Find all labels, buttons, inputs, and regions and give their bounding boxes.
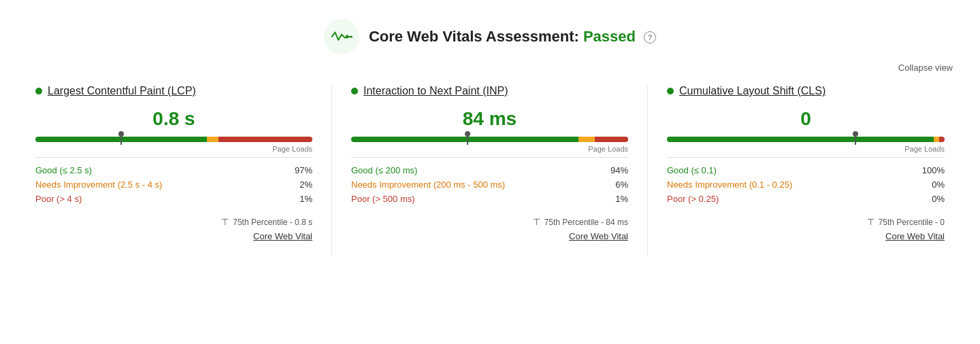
progress-bar-inp	[351, 137, 628, 142]
track-poor-inp	[595, 137, 628, 142]
stat-label-poor-cls: Poor (> 0.25)	[667, 194, 719, 204]
cwv-link-cls[interactable]: Core Web Vital	[885, 231, 945, 241]
cwv-link-lcp[interactable]: Core Web Vital	[253, 231, 312, 241]
percentile-text-inp: 75th Percentile - 84 ms	[544, 218, 628, 227]
metric-title-text-lcp: Largest Contentful Paint (LCP)	[48, 85, 196, 97]
marker-lcp	[120, 134, 122, 145]
status-dot-lcp	[35, 88, 42, 94]
stat-row-lcp: Poor (> 4 s)1%	[35, 192, 312, 206]
metric-title-cls[interactable]: Cumulative Layout Shift (CLS)	[667, 85, 945, 97]
stat-value-lcp: 1%	[299, 194, 312, 204]
percentile-icon-cls: ⊤	[867, 217, 875, 227]
stat-row-lcp: Needs Improvement (2.5 s - 4 s)2%	[35, 177, 312, 192]
svg-point-0	[345, 35, 348, 39]
metric-card-lcp: Largest Contentful Paint (LCP)0.8 sPage …	[16, 85, 332, 255]
track-needs-inp	[578, 137, 595, 142]
stat-label-needs-cls: Needs Improvement (0.1 - 0.25)	[667, 179, 792, 190]
metric-title-lcp[interactable]: Largest Contentful Paint (LCP)	[35, 85, 312, 97]
percentile-row-inp: ⊤75th Percentile - 84 ms	[351, 213, 628, 227]
stat-value-lcp: 97%	[295, 165, 312, 175]
svg-point-1	[350, 35, 353, 37]
track-needs-cls	[934, 137, 939, 142]
page-loads-label-inp: Page Loads	[351, 145, 628, 153]
metric-card-inp: Interaction to Next Paint (INP)84 msPage…	[332, 85, 648, 255]
cwv-link-inp[interactable]: Core Web Vital	[569, 231, 628, 241]
marker-cls	[855, 134, 856, 145]
status-dot-cls	[667, 88, 674, 94]
stat-value-inp: 6%	[615, 179, 628, 190]
percentile-icon-lcp: ⊤	[221, 217, 229, 227]
metric-title-text-inp: Interaction to Next Paint (INP)	[363, 85, 508, 97]
cwv-link-row-inp: Core Web Vital	[351, 231, 628, 241]
stat-value-cls: 100%	[922, 165, 945, 175]
metric-value-inp: 84 ms	[351, 108, 628, 130]
stat-row-lcp: Good (≤ 2.5 s)97%	[35, 163, 312, 177]
page-title: Core Web Vitals Assessment: Passed ?	[369, 28, 656, 46]
metrics-grid: Largest Contentful Paint (LCP)0.8 sPage …	[0, 85, 980, 271]
percentile-text-lcp: 75th Percentile - 0.8 s	[233, 218, 312, 227]
status-dot-inp	[351, 88, 358, 94]
cwv-link-row-lcp: Core Web Vital	[35, 231, 312, 241]
stat-label-poor-inp: Poor (> 500 ms)	[351, 194, 415, 204]
stat-row-cls: Poor (> 0.25)0%	[667, 192, 945, 206]
stat-row-inp: Poor (> 500 ms)1%	[351, 192, 628, 206]
progress-bar-cls	[667, 137, 945, 142]
metric-value-lcp: 0.8 s	[35, 108, 312, 130]
stat-row-cls: Needs Improvement (0.1 - 0.25)0%	[667, 177, 945, 192]
percentile-row-cls: ⊤75th Percentile - 0	[667, 213, 945, 227]
metric-title-text-cls: Cumulative Layout Shift (CLS)	[679, 85, 826, 97]
status-passed: Passed	[583, 28, 636, 45]
stat-value-cls: 0%	[932, 194, 945, 204]
stat-value-inp: 94%	[610, 165, 628, 175]
help-icon[interactable]: ?	[644, 31, 656, 44]
track-needs-lcp	[207, 137, 218, 142]
marker-inp	[467, 134, 468, 145]
stat-label-needs-inp: Needs Improvement (200 ms - 500 ms)	[351, 179, 505, 190]
percentile-icon-inp: ⊤	[533, 217, 540, 227]
stat-value-lcp: 2%	[299, 179, 312, 190]
stat-value-cls: 0%	[932, 179, 945, 190]
metric-value-cls: 0	[667, 108, 945, 130]
track-poor-cls	[939, 137, 945, 142]
stat-label-poor-lcp: Poor (> 4 s)	[35, 194, 82, 204]
stat-row-inp: Good (≤ 200 ms)94%	[351, 163, 628, 177]
metric-card-cls: Cumulative Layout Shift (CLS)0Page Loads…	[648, 85, 964, 255]
stat-row-inp: Needs Improvement (200 ms - 500 ms)6%	[351, 177, 628, 192]
cwv-link-row-cls: Core Web Vital	[667, 231, 945, 241]
progress-bar-lcp	[35, 137, 312, 142]
page-loads-label-lcp: Page Loads	[35, 145, 312, 153]
collapse-row: Collapse view	[0, 63, 980, 85]
track-good-inp	[351, 137, 578, 142]
stat-label-good-inp: Good (≤ 200 ms)	[351, 165, 417, 175]
stat-value-inp: 1%	[615, 194, 628, 204]
stat-label-good-cls: Good (≤ 0.1)	[667, 165, 717, 175]
percentile-text-cls: 75th Percentile - 0	[879, 218, 945, 227]
page-loads-label-cls: Page Loads	[667, 145, 945, 153]
metric-title-inp[interactable]: Interaction to Next Paint (INP)	[351, 85, 628, 97]
header: Core Web Vitals Assessment: Passed ?	[0, 0, 980, 63]
cwv-icon	[324, 19, 359, 54]
stat-label-good-lcp: Good (≤ 2.5 s)	[35, 165, 92, 175]
percentile-row-lcp: ⊤75th Percentile - 0.8 s	[35, 213, 312, 227]
track-good-cls	[667, 137, 934, 142]
stat-row-cls: Good (≤ 0.1)100%	[667, 163, 945, 177]
collapse-link[interactable]: Collapse view	[898, 63, 953, 73]
stat-label-needs-lcp: Needs Improvement (2.5 s - 4 s)	[35, 179, 162, 190]
track-poor-lcp	[218, 137, 312, 142]
